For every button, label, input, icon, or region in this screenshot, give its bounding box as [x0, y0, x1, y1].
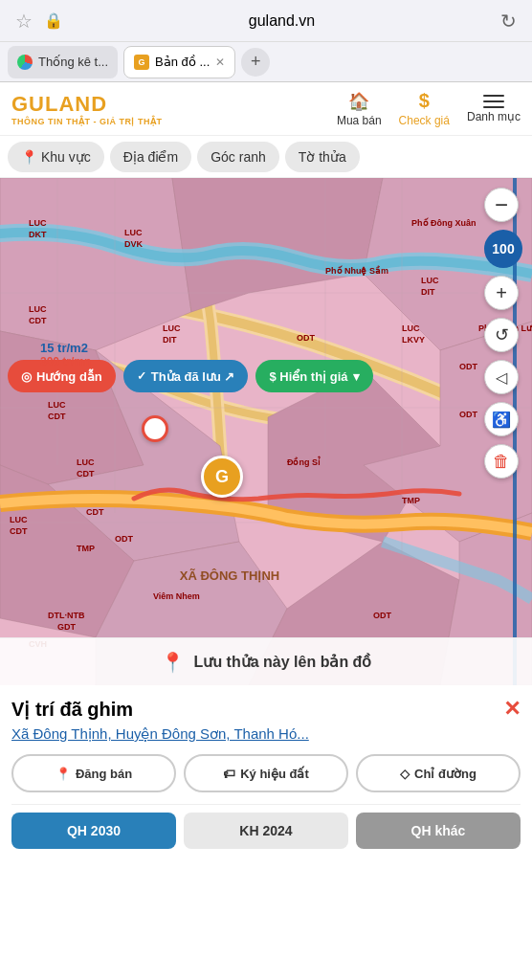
nav-check-gia[interactable]: $ Check giá: [399, 90, 450, 127]
svg-text:LUC: LUC: [29, 218, 47, 228]
tab-thongke-label: Thống kê t...: [38, 55, 108, 69]
zoom-badge: 100: [484, 230, 522, 268]
lock-icon: 🔒: [44, 11, 63, 30]
delete-button[interactable]: 🗑: [484, 444, 519, 479]
svg-text:XÃ ĐÔNG THỊNH: XÃ ĐÔNG THỊNH: [180, 568, 279, 583]
map-container[interactable]: XÃ ĐÔNG THỊNH LUC DKT LUC CDT LUC CDT LU…: [0, 178, 532, 685]
tabs-bar: Thống kê t... G Bản đồ ... ✕ +: [0, 42, 532, 82]
location-icon: 📍: [21, 149, 37, 165]
price-per-mn: 300 tr/mn: [40, 355, 91, 368]
nav-mua-ban-label: Mua bán: [337, 114, 382, 127]
browser-bar: ☆ 🔒 guland.vn ↻: [0, 0, 532, 42]
nav-mua-ban[interactable]: 🏠 Mua bán: [337, 91, 382, 127]
tab-thongke[interactable]: Thống kê t...: [8, 46, 118, 78]
bottom-tabs: QH 2030 KH 2024 QH khác: [11, 804, 521, 857]
logo-text: GULAND: [11, 92, 337, 117]
location-link[interactable]: Xã Đông Thịnh, Huyện Đông Sơn, Thanh Hó.…: [11, 725, 521, 743]
dang-ban-button[interactable]: 📍 Đăng bán: [11, 754, 176, 792]
pinned-header: Vị trí đã ghim ✕: [11, 697, 521, 722]
price-label-container: 15 tr/m2 300 tr/mn: [40, 341, 91, 368]
svg-text:CDT: CDT: [10, 526, 28, 536]
svg-text:LUC: LUC: [124, 228, 143, 237]
close-button[interactable]: ✕: [503, 697, 521, 722]
svg-text:ODT: ODT: [297, 333, 316, 343]
svg-text:ODT: ODT: [115, 534, 134, 544]
hamburger-icon: [483, 95, 504, 108]
pin-plus-icon: 📍: [55, 767, 71, 781]
tag-icon: 🏷: [223, 767, 235, 781]
check-icon: ✓: [137, 369, 146, 383]
save-banner[interactable]: 📍 Lưu thửa này lên bản đồ: [0, 637, 532, 685]
chevron-down-icon: ▾: [353, 369, 360, 384]
filter-bar: 📍 Khu vực Địa điểm Góc ranh Tờ thửa: [0, 136, 532, 178]
svg-text:LUC: LUC: [48, 400, 66, 410]
svg-text:LUC: LUC: [77, 457, 95, 467]
compass-button[interactable]: ◁: [484, 360, 519, 394]
save-pin-icon: 📍: [161, 651, 185, 674]
svg-text:LUC: LUC: [29, 304, 47, 314]
star-icon[interactable]: ☆: [15, 10, 33, 33]
svg-text:CDT: CDT: [86, 507, 104, 517]
nav-check-gia-label: Check giá: [399, 114, 450, 127]
header-nav: 🏠 Mua bán $ Check giá Danh mục: [337, 90, 521, 127]
gold-g-icon: G: [201, 456, 243, 498]
accessibility-button[interactable]: ♿: [484, 402, 519, 436]
pink-circle-icon: [142, 415, 168, 442]
svg-text:Đồng Sỉ: Đồng Sỉ: [287, 456, 321, 467]
gold-marker[interactable]: G: [201, 456, 243, 498]
browser-left-icons: ☆ 🔒: [15, 10, 63, 33]
svg-text:CDT: CDT: [77, 469, 95, 479]
tab-qh-khac[interactable]: QH khác: [356, 813, 521, 849]
svg-text:DVK: DVK: [124, 239, 144, 249]
svg-text:DTL·NTB: DTL·NTB: [48, 611, 85, 620]
svg-text:DIT: DIT: [421, 287, 435, 297]
tab-close-icon[interactable]: ✕: [215, 56, 225, 69]
home-icon: 🏠: [348, 91, 369, 112]
rotate-button[interactable]: ↺: [484, 318, 519, 352]
svg-text:TMP: TMP: [77, 544, 95, 553]
ky-hieu-dat-button[interactable]: 🏷 Ký hiệu đất: [184, 754, 348, 792]
direction-icon: ◇: [400, 767, 410, 781]
svg-text:DIT: DIT: [163, 335, 177, 345]
tab-bando[interactable]: G Bản đồ ... ✕: [123, 46, 235, 78]
svg-text:LUC: LUC: [10, 515, 28, 524]
svg-text:CDT: CDT: [29, 316, 47, 325]
svg-text:LKVY: LKVY: [402, 335, 425, 345]
filter-goc-ranh[interactable]: Góc ranh: [197, 142, 279, 172]
filter-khu-vuc[interactable]: 📍 Khu vực: [8, 142, 104, 172]
filter-to-thua[interactable]: Tờ thửa: [285, 142, 360, 172]
svg-text:ODT: ODT: [459, 410, 478, 419]
map-controls: − 100 + ↺ ◁ ♿ 🗑: [484, 188, 522, 479]
bottom-panel: Vị trí đã ghim ✕ Xã Đông Thịnh, Huyện Đô…: [0, 685, 532, 857]
pink-marker: [142, 415, 168, 442]
svg-text:LUC: LUC: [163, 323, 181, 333]
zoom-minus-button[interactable]: −: [484, 188, 519, 222]
svg-text:Phố Đông Xuân: Phố Đông Xuân: [411, 217, 477, 228]
hien-thi-gia-button[interactable]: $ Hiển thị giá ▾: [255, 360, 372, 392]
tab-qh2030[interactable]: QH 2030: [11, 813, 176, 849]
filter-dia-diem[interactable]: Địa điểm: [110, 142, 191, 172]
app-header: GULAND THÔNG TIN THẬT - GIÁ TRỊ THẬT 🏠 M…: [0, 82, 532, 136]
radio-icon: ◎: [21, 369, 32, 384]
svg-text:Viêm Nhem: Viêm Nhem: [153, 591, 200, 601]
reload-icon[interactable]: ↻: [500, 10, 517, 33]
nav-danh-muc-label: Danh mục: [467, 110, 521, 123]
save-banner-text: Lưu thửa này lên bản đồ: [194, 653, 372, 671]
map-background: XÃ ĐÔNG THỊNH LUC DKT LUC CDT LUC CDT LU…: [0, 178, 532, 685]
thua-da-luu-button[interactable]: ✓ Thửa đã lưu ↗: [123, 360, 249, 392]
logo-tagline: THÔNG TIN THẬT - GIÁ TRỊ THẬT: [11, 117, 337, 126]
logo-area: GULAND THÔNG TIN THẬT - GIÁ TRỊ THẬT: [11, 92, 337, 126]
svg-text:CDT: CDT: [48, 412, 66, 421]
zoom-plus-button[interactable]: +: [484, 276, 519, 310]
tab-kh2024[interactable]: KH 2024: [184, 813, 348, 849]
tab-bando-icon: G: [134, 55, 149, 70]
nav-danh-muc[interactable]: Danh mục: [467, 95, 521, 123]
tab-thongke-icon: [17, 55, 33, 70]
pinned-title: Vị trí đã ghim: [11, 698, 133, 721]
dollar-icon: $: [419, 90, 430, 112]
svg-text:LUC: LUC: [421, 276, 439, 285]
chi-duong-button[interactable]: ◇ Chỉ đường: [356, 754, 521, 792]
tab-add-button[interactable]: +: [241, 48, 270, 77]
svg-text:DKT: DKT: [29, 230, 47, 239]
svg-text:TMP: TMP: [402, 496, 420, 505]
